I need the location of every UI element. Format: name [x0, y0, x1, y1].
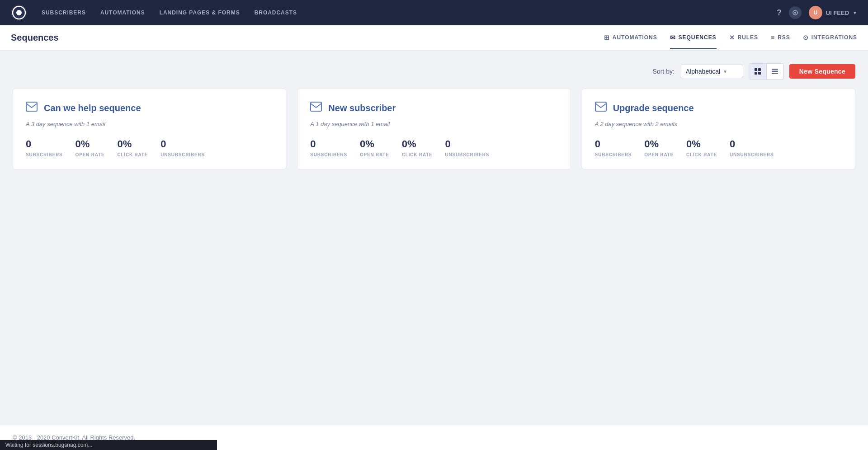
sequence-email-icon-1 [310, 102, 322, 114]
sequence-title-0: Can we help sequence [44, 103, 141, 113]
stat-unsubscribers-0: 0 UNSUBSCRIBERS [160, 138, 205, 158]
toolbar: Sort by: Alphabetical ▼ [13, 63, 855, 80]
stat-click-rate-label-0: CLICK RATE [117, 152, 148, 157]
card-stats-0: 0 SUBSCRIBERS 0% OPEN RATE 0% CLICK RATE… [26, 138, 273, 158]
page-title: Sequences [11, 33, 604, 43]
top-nav-links: SUBSCRIBERS AUTOMATIONS LANDING PAGES & … [42, 9, 777, 16]
sequences-label: SEQUENCES [679, 34, 717, 41]
second-nav-rss[interactable]: ≡ RSS [771, 27, 790, 49]
stat-open-rate-2: 0% OPEN RATE [644, 138, 674, 158]
sequences-icon: ✉ [670, 34, 676, 41]
stat-subscribers-value-2: 0 [595, 138, 632, 150]
stat-click-rate-value-0: 0% [117, 138, 148, 150]
sequence-description-1: A 1 day sequence with 1 email [310, 121, 557, 127]
sequence-email-icon-0 [26, 102, 38, 114]
stat-open-rate-1: 0% OPEN RATE [360, 138, 389, 158]
nav-link-landing-pages[interactable]: LANDING PAGES & FORMS [160, 9, 240, 16]
status-bar: Waiting for sessions.bugsnag.com... [0, 440, 217, 450]
logo[interactable] [11, 5, 27, 21]
second-nav-sequences[interactable]: ✉ SEQUENCES [670, 27, 717, 49]
stat-unsubscribers-1: 0 UNSUBSCRIBERS [445, 138, 490, 158]
stat-subscribers-0: 0 SUBSCRIBERS [26, 138, 63, 158]
notifications-button[interactable] [789, 6, 802, 19]
stat-click-rate-label-1: CLICK RATE [402, 152, 433, 157]
svg-rect-10 [772, 69, 778, 70]
second-nav-links: ⊞ AUTOMATIONS ✉ SEQUENCES ✕ RULES ≡ RSS … [604, 27, 857, 49]
card-header-2: Upgrade sequence [595, 102, 842, 114]
user-name: UI FEED [826, 9, 849, 16]
help-button[interactable]: ? [777, 8, 782, 18]
stat-open-rate-value-2: 0% [644, 138, 674, 150]
list-view-button[interactable] [766, 64, 783, 79]
grid-view-button[interactable] [749, 64, 766, 79]
sort-select[interactable]: Alphabetical ▼ [680, 65, 743, 78]
stat-unsubscribers-value-0: 0 [160, 138, 205, 150]
stat-click-rate-0: 0% CLICK RATE [117, 138, 148, 158]
card-stats-1: 0 SUBSCRIBERS 0% OPEN RATE 0% CLICK RATE… [310, 138, 557, 158]
integrations-icon: ⊙ [803, 34, 809, 41]
nav-link-automations[interactable]: AUTOMATIONS [100, 9, 145, 16]
second-nav-rules[interactable]: ✕ RULES [729, 27, 758, 49]
stat-click-rate-value-1: 0% [402, 138, 433, 150]
sequence-card-2[interactable]: Upgrade sequence A 2 day sequence with 2… [582, 89, 855, 169]
rules-icon: ✕ [729, 34, 735, 41]
rss-icon: ≡ [771, 34, 775, 41]
stat-open-rate-0: 0% OPEN RATE [75, 138, 105, 158]
automations-label: AUTOMATIONS [613, 34, 657, 41]
top-nav: SUBSCRIBERS AUTOMATIONS LANDING PAGES & … [0, 0, 868, 25]
stat-open-rate-value-1: 0% [360, 138, 389, 150]
sequences-grid: Can we help sequence A 3 day sequence wi… [13, 89, 855, 169]
stat-unsubscribers-label-2: UNSUBSCRIBERS [730, 152, 774, 157]
stat-click-rate-label-2: CLICK RATE [686, 152, 717, 157]
sort-value: Alphabetical [686, 68, 720, 75]
stat-subscribers-2: 0 SUBSCRIBERS [595, 138, 632, 158]
sort-label: Sort by: [653, 68, 675, 75]
card-header-0: Can we help sequence [26, 102, 273, 114]
sequence-email-icon-2 [595, 102, 607, 114]
stat-subscribers-1: 0 SUBSCRIBERS [310, 138, 347, 158]
user-caret-icon: ▼ [853, 10, 857, 15]
stat-open-rate-label-1: OPEN RATE [360, 152, 389, 157]
card-stats-2: 0 SUBSCRIBERS 0% OPEN RATE 0% CLICK RATE… [595, 138, 842, 158]
nav-link-subscribers[interactable]: SUBSCRIBERS [42, 9, 86, 16]
svg-rect-15 [595, 102, 606, 111]
stat-click-rate-1: 0% CLICK RATE [402, 138, 433, 158]
nav-right: ? U UI FEED ▼ [777, 6, 857, 19]
svg-rect-6 [755, 68, 757, 71]
rss-label: RSS [778, 34, 790, 41]
sequence-description-0: A 3 day sequence with 1 email [26, 121, 273, 127]
svg-rect-8 [755, 72, 757, 75]
sequence-card-0[interactable]: Can we help sequence A 3 day sequence wi… [13, 89, 286, 169]
user-menu[interactable]: U UI FEED ▼ [809, 6, 857, 19]
sequence-description-2: A 2 day sequence with 2 emails [595, 121, 842, 127]
stat-subscribers-label-0: SUBSCRIBERS [26, 152, 63, 157]
stat-subscribers-label-1: SUBSCRIBERS [310, 152, 347, 157]
stat-unsubscribers-value-2: 0 [730, 138, 774, 150]
stat-unsubscribers-2: 0 UNSUBSCRIBERS [730, 138, 774, 158]
view-toggle [749, 63, 784, 80]
card-header-1: New subscriber [310, 102, 557, 114]
svg-rect-7 [758, 68, 761, 71]
svg-rect-11 [772, 71, 778, 72]
stat-open-rate-label-0: OPEN RATE [75, 152, 105, 157]
automations-icon: ⊞ [604, 34, 610, 41]
svg-rect-9 [758, 72, 761, 75]
nav-link-broadcasts[interactable]: BROADCASTS [255, 9, 297, 16]
svg-rect-14 [311, 102, 321, 111]
sort-caret-icon: ▼ [723, 69, 727, 74]
new-sequence-button[interactable]: New Sequence [789, 64, 855, 79]
sequence-title-2: Upgrade sequence [613, 103, 694, 113]
stat-subscribers-value-1: 0 [310, 138, 347, 150]
svg-point-2 [16, 10, 22, 15]
sequence-card-1[interactable]: New subscriber A 1 day sequence with 1 e… [297, 89, 571, 169]
stat-subscribers-label-2: SUBSCRIBERS [595, 152, 632, 157]
svg-rect-13 [26, 102, 37, 111]
svg-point-5 [794, 12, 796, 14]
second-nav-automations[interactable]: ⊞ AUTOMATIONS [604, 27, 657, 49]
second-nav-integrations[interactable]: ⊙ INTEGRATIONS [803, 27, 857, 49]
sequence-title-1: New subscriber [328, 103, 396, 113]
second-nav: Sequences ⊞ AUTOMATIONS ✉ SEQUENCES ✕ RU… [0, 25, 868, 51]
stat-unsubscribers-label-0: UNSUBSCRIBERS [160, 152, 205, 157]
stat-subscribers-value-0: 0 [26, 138, 63, 150]
main-content: Sort by: Alphabetical ▼ [0, 51, 868, 425]
